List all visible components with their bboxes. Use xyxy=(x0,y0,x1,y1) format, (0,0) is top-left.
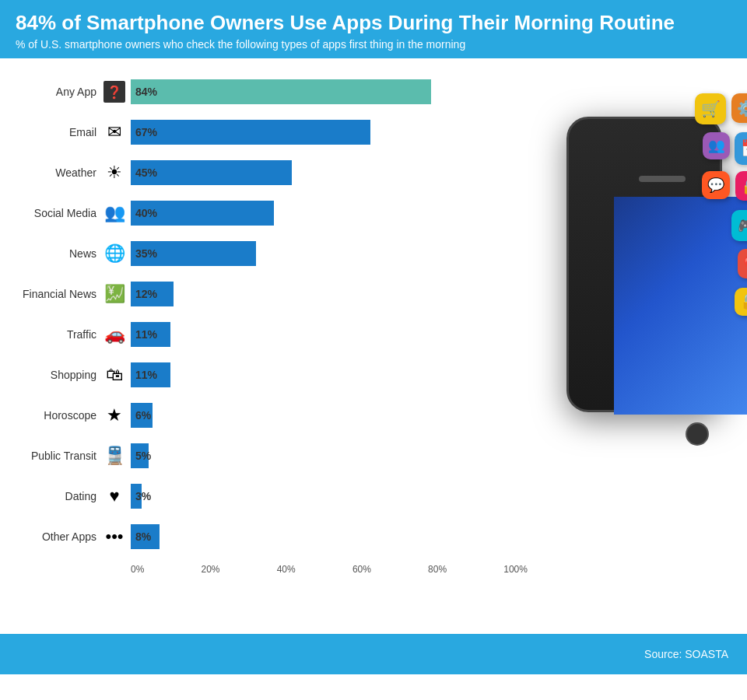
floating-app-icon: ❤️ xyxy=(738,249,747,278)
phone-speaker xyxy=(639,176,686,182)
bar-container: 5% xyxy=(131,443,528,468)
bar-container: 45% xyxy=(131,160,528,185)
x-axis-label: 100% xyxy=(503,564,528,575)
x-axis-label: 20% xyxy=(202,564,220,575)
bar-fill: 6% xyxy=(131,403,153,428)
bar-percentage: 12% xyxy=(135,288,157,300)
bar-label: Weather xyxy=(8,166,101,179)
bar-percentage: 3% xyxy=(135,490,151,502)
x-axis: 0%20%40%60%80%100% xyxy=(131,559,528,578)
bar-icon: 💹 xyxy=(101,281,128,307)
bar-label: Shopping xyxy=(8,369,101,381)
floating-app-icon: 🎮 xyxy=(731,210,747,241)
bar-container: 6% xyxy=(131,403,528,428)
bar-fill: 40% xyxy=(131,201,274,226)
bar-icon: 🚆 xyxy=(101,443,128,469)
bar-fill: 5% xyxy=(131,443,149,468)
bar-container: 11% xyxy=(131,362,528,387)
bar-fill: 45% xyxy=(131,160,292,185)
phone-container: 📊⚙️🛒🎵📅👥🎬🔒💬📍🎮💡❤️📧🔓 xyxy=(528,70,747,614)
bar-percentage: 35% xyxy=(135,247,157,260)
bar-container: 35% xyxy=(131,241,528,266)
bar-icon: ★ xyxy=(101,402,128,429)
phone-area: 📊⚙️🛒🎵📅👥🎬🔒💬📍🎮💡❤️📧🔓 xyxy=(528,51,747,634)
bar-icon: ••• xyxy=(101,523,128,550)
x-axis-label: 0% xyxy=(131,564,144,575)
footer: Source: SOASTA xyxy=(0,634,747,674)
bar-fill: 12% xyxy=(131,282,174,306)
bar-percentage: 8% xyxy=(135,530,151,543)
bar-label: Other Apps xyxy=(8,530,101,543)
bar-row: Any App❓84% xyxy=(8,74,528,110)
bar-row: News🌐35% xyxy=(8,236,528,271)
bar-icon: ✉ xyxy=(101,119,128,145)
bar-icon: ❓ xyxy=(101,79,128,105)
bar-fill: 35% xyxy=(131,241,256,266)
bar-label: News xyxy=(8,247,101,260)
bar-label: Public Transit xyxy=(8,450,101,462)
source-text: Source: SOASTA xyxy=(644,648,728,660)
bar-icon: 🛍 xyxy=(101,362,128,388)
header-subtitle: % of U.S. smartphone owners who check th… xyxy=(16,38,731,51)
bar-label: Dating xyxy=(8,490,101,502)
bar-container: 40% xyxy=(131,201,528,226)
bar-icon: 🌐 xyxy=(101,240,128,267)
bar-icon: ♥ xyxy=(101,483,128,509)
bar-fill: 84% xyxy=(131,79,431,104)
bar-row: Email✉67% xyxy=(8,114,528,150)
bar-row: Public Transit🚆5% xyxy=(8,438,528,474)
bar-icon: 👥 xyxy=(101,200,128,226)
bar-row: Dating♥3% xyxy=(8,478,528,514)
header: 84% of Smartphone Owners Use Apps During… xyxy=(0,0,747,58)
bar-fill: 8% xyxy=(131,524,160,549)
bar-fill: 11% xyxy=(131,322,170,347)
bar-percentage: 11% xyxy=(135,369,157,381)
phone-home-button xyxy=(686,422,709,446)
bar-fill: 3% xyxy=(131,484,142,509)
bar-label: Email xyxy=(8,126,101,138)
app-icons-decoration: 📊⚙️🛒🎵📅👥🎬🔒💬📍🎮💡❤️📧🔓 xyxy=(683,86,747,397)
bar-percentage: 40% xyxy=(135,207,157,219)
bar-percentage: 67% xyxy=(135,126,157,138)
x-axis-label: 80% xyxy=(428,564,447,575)
floating-app-icon: 💬 xyxy=(702,171,730,199)
x-axis-label: 40% xyxy=(277,564,296,575)
bar-row: Horoscope★6% xyxy=(8,397,528,433)
bar-icon: ☀ xyxy=(101,159,128,186)
bar-container: 84% xyxy=(131,79,528,104)
bar-label: Horoscope xyxy=(8,409,101,422)
bar-label: Traffic xyxy=(8,328,101,341)
bar-container: 12% xyxy=(131,282,528,306)
floating-app-icon: 🔒 xyxy=(735,171,747,201)
bar-row: Other Apps•••8% xyxy=(8,519,528,555)
bar-percentage: 6% xyxy=(135,409,151,422)
bar-label: Any App xyxy=(8,86,101,98)
x-axis-label: 60% xyxy=(352,564,371,575)
bar-row: Weather☀45% xyxy=(8,155,528,191)
bar-fill: 67% xyxy=(131,120,370,145)
chart-area: Any App❓84%Email✉67%Weather☀45%Social Me… xyxy=(8,66,528,634)
bar-container: 8% xyxy=(131,524,528,549)
header-title: 84% of Smartphone Owners Use Apps During… xyxy=(16,11,731,35)
bar-percentage: 45% xyxy=(135,166,157,179)
floating-app-icon: 📅 xyxy=(735,132,747,165)
bar-percentage: 11% xyxy=(135,328,157,341)
bar-row: Financial News💹12% xyxy=(8,276,528,312)
bar-row: Shopping🛍11% xyxy=(8,357,528,393)
floating-app-icon: 👥 xyxy=(703,132,730,159)
floating-app-icon: 🔓 xyxy=(735,288,747,316)
app-icon-box: ❓ xyxy=(103,81,125,103)
chart-wrapper: Any App❓84%Email✉67%Weather☀45%Social Me… xyxy=(8,74,528,559)
floating-app-icon: 🛒 xyxy=(695,93,726,124)
bar-row: Traffic🚗11% xyxy=(8,317,528,352)
bar-container: 11% xyxy=(131,322,528,347)
bar-label: Social Media xyxy=(8,207,101,219)
bar-fill: 11% xyxy=(131,362,170,387)
bar-percentage: 5% xyxy=(135,450,151,462)
bar-percentage: 84% xyxy=(135,86,157,98)
bar-row: Social Media👥40% xyxy=(8,195,528,231)
main-content: Any App❓84%Email✉67%Weather☀45%Social Me… xyxy=(0,58,747,634)
bar-container: 67% xyxy=(131,120,528,145)
floating-app-icon: ⚙️ xyxy=(731,93,747,123)
bar-label: Financial News xyxy=(8,288,101,300)
